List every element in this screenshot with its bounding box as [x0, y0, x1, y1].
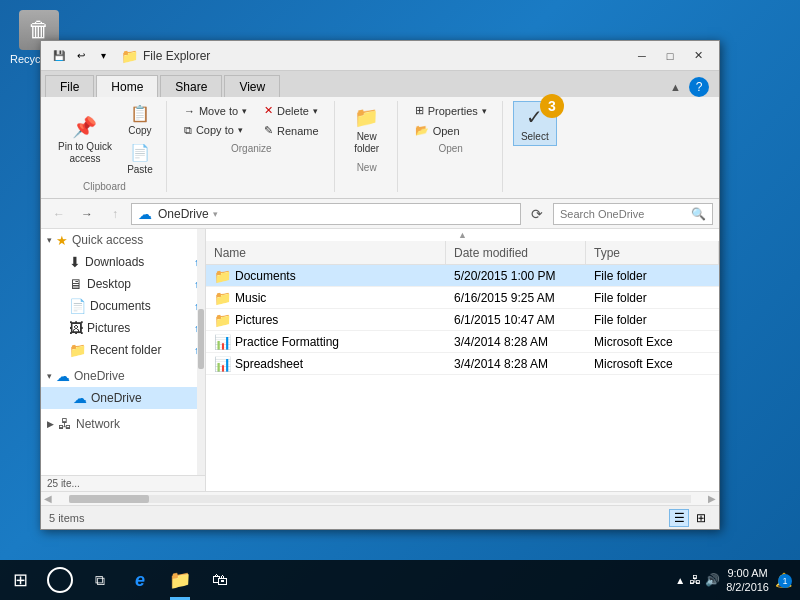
quick-access-header[interactable]: ▾ ★ Quick access [41, 229, 205, 251]
move-to-icon: → [184, 105, 195, 117]
help-button[interactable]: ? [689, 77, 709, 97]
copy-to-button[interactable]: ⧉ Copy to ▾ [177, 121, 254, 140]
task-view-button[interactable]: ⧉ [80, 560, 120, 600]
scroll-track[interactable] [69, 495, 691, 503]
copy-button[interactable]: 📋 Copy [122, 101, 158, 139]
rename-icon: ✎ [264, 124, 273, 137]
start-button[interactable]: ⊞ [0, 560, 40, 600]
onedrive-cloud-icon: ☁ [56, 368, 70, 384]
delete-button[interactable]: ✕ Delete ▾ [257, 101, 326, 120]
tab-file[interactable]: File [45, 75, 94, 97]
file-row-pictures[interactable]: 📁 Pictures 6/1/2015 10:47 AM File folder [206, 309, 719, 331]
nav-item-count: 25 ite... [41, 475, 205, 491]
network-tray-icon[interactable]: 🖧 [689, 573, 701, 587]
tab-view[interactable]: View [224, 75, 280, 97]
main-content: ▾ ★ Quick access ⬇ Downloads ↑ 🖥 Desktop [41, 229, 719, 491]
file-list[interactable]: ▲ Name Date modified Type 📁 [206, 229, 719, 491]
paste-button[interactable]: 📄 Paste [122, 140, 158, 178]
recent-label: Recent folder [90, 343, 161, 357]
show-hidden-icon[interactable]: ▲ [675, 575, 685, 586]
quick-dropdown-btn[interactable]: ▾ [93, 47, 113, 65]
clock-time: 9:00 AM [726, 566, 769, 580]
file-row-documents[interactable]: 📁 Documents 5/20/2015 1:00 PM File folde… [206, 265, 719, 287]
nav-item-documents[interactable]: 📄 Documents ↑ [41, 295, 205, 317]
tab-share[interactable]: Share [160, 75, 222, 97]
file-type-pictures: File folder [586, 313, 719, 327]
file-icon-music: 📁 [214, 290, 231, 306]
file-name-practice: Practice Formatting [235, 335, 339, 349]
file-row-practice-formatting[interactable]: 📊 Practice Formatting 3/4/2014 8:28 AM M… [206, 331, 719, 353]
scroll-left-btn[interactable]: ◀ [41, 493, 55, 504]
documents-icon: 📄 [69, 298, 86, 314]
open-group-label: Open [438, 143, 462, 154]
large-icon-view-button[interactable]: ⊞ [691, 509, 711, 527]
taskbar-edge[interactable]: e [120, 560, 160, 600]
column-header-type[interactable]: Type [586, 241, 719, 264]
search-input[interactable] [560, 208, 691, 220]
nav-item-desktop[interactable]: 🖥 Desktop ↑ [41, 273, 205, 295]
taskbar-store[interactable]: 🛍 [200, 560, 240, 600]
clipboard-group-label: Clipboard [83, 181, 126, 192]
scroll-thumb[interactable] [69, 495, 149, 503]
move-to-button[interactable]: → Move to ▾ [177, 102, 254, 120]
column-header-date[interactable]: Date modified [446, 241, 586, 264]
rename-button[interactable]: ✎ Rename [257, 121, 326, 140]
taskbar-explorer[interactable]: 📁 [160, 560, 200, 600]
address-box[interactable]: ☁ OneDrive ▾ [131, 203, 521, 225]
address-bar-row: ← → ↑ ☁ OneDrive ▾ ⟳ 🔍 [41, 199, 719, 229]
properties-button[interactable]: ⊞ Properties ▾ [408, 101, 494, 120]
select-button[interactable]: ✓ Select 3 [513, 101, 557, 146]
file-explorer-window: 💾 ↩ ▾ 📁 File Explorer ─ □ ✕ File Home Sh… [40, 40, 720, 530]
column-header-name[interactable]: Name [206, 241, 446, 264]
search-button[interactable] [40, 560, 80, 600]
nav-scrollbar[interactable] [197, 229, 205, 491]
nav-pane-scroll[interactable]: ▾ ★ Quick access ⬇ Downloads ↑ 🖥 Desktop [41, 229, 205, 491]
new-folder-button[interactable]: 📁 Newfolder [345, 101, 389, 159]
file-row-spreadsheet[interactable]: 📊 Spreadsheet 3/4/2014 8:28 AM Microsoft… [206, 353, 719, 375]
quick-save-btn[interactable]: 💾 [49, 47, 69, 65]
pin-icon: 📌 [72, 115, 97, 139]
taskbar-right: ▲ 🖧 🔊 9:00 AM 8/2/2016 🔔 1 [675, 566, 800, 595]
file-date-spreadsheet: 3/4/2014 8:28 AM [446, 357, 586, 371]
file-type-practice: Microsoft Exce [586, 335, 719, 349]
file-date-music: 6/16/2015 9:25 AM [446, 291, 586, 305]
file-date-documents: 5/20/2015 1:00 PM [446, 269, 586, 283]
tab-home[interactable]: Home [96, 75, 158, 97]
onedrive-sub-label: OneDrive [91, 391, 142, 405]
search-icon: 🔍 [691, 207, 706, 221]
detail-view-button[interactable]: ☰ [669, 509, 689, 527]
maximize-button[interactable]: □ [657, 46, 683, 66]
nav-item-downloads[interactable]: ⬇ Downloads ↑ [41, 251, 205, 273]
scroll-right-btn[interactable]: ▶ [705, 493, 719, 504]
open-button[interactable]: 📂 Open [408, 121, 494, 140]
ribbon-collapse-btn[interactable]: ▲ [666, 81, 685, 93]
network-expand[interactable]: ▶ 🖧 Network [41, 413, 205, 435]
status-bar: 5 items ☰ ⊞ [41, 505, 719, 529]
refresh-button[interactable]: ⟳ [525, 202, 549, 226]
clock[interactable]: 9:00 AM 8/2/2016 [726, 566, 769, 595]
nav-item-pictures[interactable]: 🖼 Pictures ↑ [41, 317, 205, 339]
up-button[interactable]: ↑ [103, 202, 127, 226]
onedrive-expand[interactable]: ▾ ☁ OneDrive [41, 365, 205, 387]
forward-button[interactable]: → [75, 202, 99, 226]
explorer-icon: 📁 [169, 569, 191, 591]
nav-item-recent[interactable]: 📁 Recent folder ↑ [41, 339, 205, 361]
notification-center[interactable]: 🔔 1 [775, 572, 792, 588]
search-box[interactable]: 🔍 [553, 203, 713, 225]
nav-item-onedrive[interactable]: ☁ OneDrive [41, 387, 205, 409]
sort-indicator: ▲ [206, 229, 719, 241]
view-toggle-buttons: ☰ ⊞ [669, 509, 711, 527]
onedrive-label: OneDrive [74, 369, 125, 383]
close-button[interactable]: ✕ [685, 46, 711, 66]
system-tray: ▲ 🖧 🔊 [675, 573, 720, 587]
recent-icon: 📁 [69, 342, 86, 358]
horizontal-scrollbar[interactable]: ◀ ▶ [41, 491, 719, 505]
file-row-music[interactable]: 📁 Music 6/16/2015 9:25 AM File folder [206, 287, 719, 309]
back-button[interactable]: ← [47, 202, 71, 226]
quick-undo-btn[interactable]: ↩ [71, 47, 91, 65]
volume-icon[interactable]: 🔊 [705, 573, 720, 587]
minimize-button[interactable]: ─ [629, 46, 655, 66]
status-count: 5 items [49, 512, 84, 524]
ribbon-group-open: ⊞ Properties ▾ 📂 Open Open [404, 101, 503, 192]
pin-to-quick-access-button[interactable]: 📌 Pin to Quickaccess [51, 111, 119, 169]
